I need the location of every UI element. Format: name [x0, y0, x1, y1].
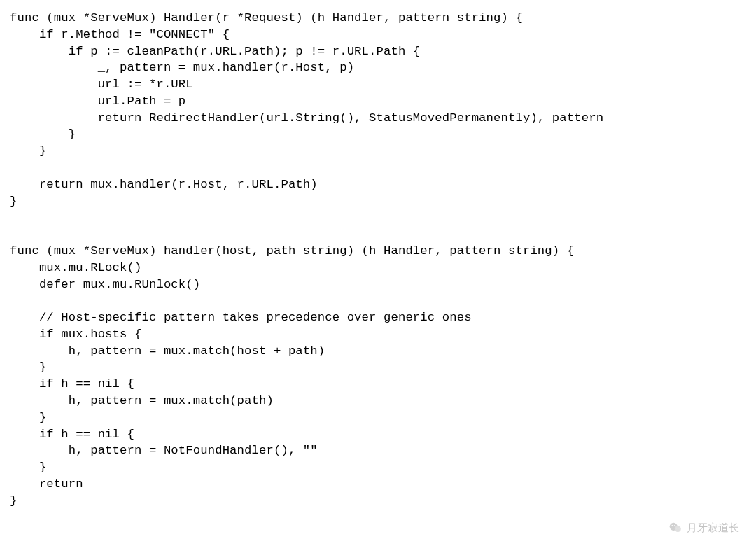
- svg-point-2: [671, 525, 673, 526]
- watermark-text: 月牙寂道长: [687, 522, 739, 535]
- svg-point-3: [674, 525, 676, 526]
- wechat-icon: [668, 521, 682, 535]
- svg-point-1: [675, 526, 681, 532]
- watermark: 月牙寂道长: [668, 521, 739, 535]
- svg-point-4: [676, 528, 677, 528]
- code-block: func (mux *ServeMux) Handler(r *Request)…: [0, 0, 756, 519]
- svg-point-5: [678, 528, 679, 528]
